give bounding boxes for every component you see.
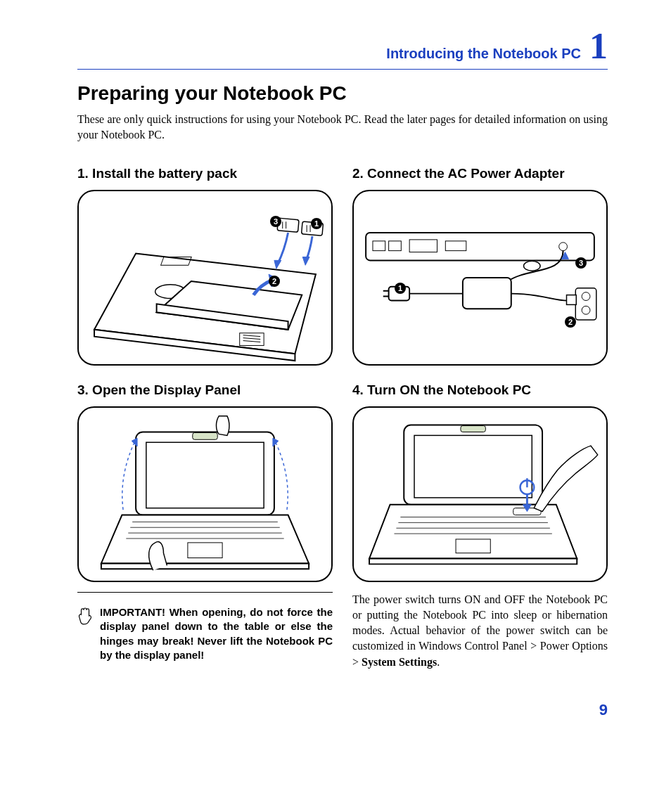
step-3-title: 3. Open the Display Panel: [77, 382, 333, 398]
step-2: 2. Connect the AC Power Adapter: [352, 166, 608, 366]
svg-marker-45: [132, 438, 137, 446]
svg-marker-51: [369, 559, 577, 565]
stop-hand-icon: [77, 607, 93, 625]
adapter-diagram: [354, 191, 606, 364]
step-4: 4. Turn ON the Notebook PC: [352, 382, 608, 681]
figure-install-battery: 1 2 3: [77, 190, 333, 366]
steps-grid: 1. Install the battery pack: [77, 166, 608, 681]
manual-page: Introducing the Notebook PC 1 Preparing …: [0, 0, 671, 747]
svg-rect-49: [461, 426, 485, 432]
explain-bold: System Settings: [362, 656, 437, 668]
step-1: 1. Install the battery pack: [77, 166, 333, 366]
warning-block: IMPORTANT! When opening, do not force th…: [77, 605, 333, 662]
svg-rect-19: [366, 233, 594, 260]
step-3: 3. Open the Display Panel: [77, 382, 333, 681]
warning-text: IMPORTANT! When opening, do not force th…: [100, 605, 333, 662]
page-number: 9: [77, 701, 608, 719]
svg-marker-16: [274, 261, 281, 269]
figure-power-on: [352, 406, 608, 582]
figure-open-display: [77, 406, 333, 582]
step-4-title: 4. Turn ON the Notebook PC: [352, 382, 608, 398]
chapter-title: Introducing the Notebook PC: [386, 46, 581, 62]
header-rule: [77, 69, 608, 70]
svg-marker-39: [101, 564, 309, 569]
power-explain: The power switch turns ON and OFF the No…: [352, 592, 608, 669]
step-1-title: 1. Install the battery pack: [77, 166, 333, 181]
step-2-title: 2. Connect the AC Power Adapter: [352, 166, 608, 181]
power-diagram: [354, 408, 606, 581]
chapter-header: Introducing the Notebook PC 1: [77, 28, 608, 65]
svg-rect-30: [575, 288, 596, 320]
open-diagram: [79, 408, 331, 581]
svg-rect-26: [463, 278, 511, 309]
svg-point-25: [523, 262, 540, 271]
svg-rect-36: [146, 442, 264, 508]
battery-diagram: [79, 191, 331, 364]
svg-rect-57: [456, 539, 490, 553]
explain-suffix: .: [437, 656, 440, 668]
figure-ac-adapter: 1 2 3: [352, 190, 608, 366]
svg-marker-46: [273, 438, 279, 446]
warning-rule: [77, 592, 333, 593]
chapter-number: 1: [589, 28, 608, 65]
intro-paragraph: These are only quick instructions for us…: [77, 112, 608, 142]
svg-rect-44: [188, 543, 222, 558]
svg-marker-17: [302, 257, 309, 266]
svg-rect-37: [193, 433, 217, 440]
page-title: Preparing your Notebook PC: [77, 82, 608, 105]
svg-rect-33: [567, 295, 577, 305]
svg-rect-48: [414, 436, 532, 498]
